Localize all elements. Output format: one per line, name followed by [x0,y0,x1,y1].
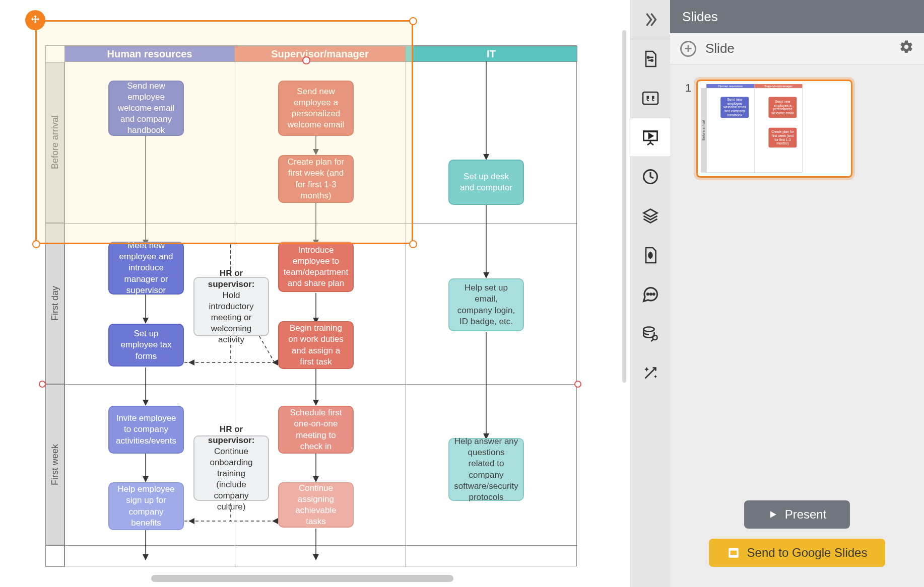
midpoint-handle-top[interactable] [302,56,310,64]
svg-point-48 [653,293,654,295]
add-slide-row: + Slide [670,33,924,64]
present-label: Present [785,507,827,522]
slide-thumbnail-1[interactable]: Human resources Supervisor/manager Befor… [696,80,852,178]
column-header-it[interactable]: IT [406,46,577,62]
node-hr-tax-forms[interactable]: Set up employee tax forms [108,324,184,366]
svg-point-36 [651,60,652,61]
layers-icon[interactable] [630,196,671,236]
node-it-setup-desk[interactable]: Set up desk and computer [448,160,524,205]
svg-line-41 [647,143,650,145]
panel-title: Slides [670,0,924,33]
canvas[interactable]: Human resources Supervisor/manager IT Be… [0,0,630,587]
body-text: Hold introductory meeting or welcoming a… [209,290,254,344]
move-handle-icon[interactable] [25,10,45,30]
svg-marker-51 [770,511,776,518]
theme-icon[interactable] [630,236,671,275]
node-sm-one-on-one[interactable]: Schedule first one-on-one meeting to che… [278,406,354,454]
vertical-scrollbar[interactable] [622,30,626,383]
history-icon[interactable] [630,157,671,196]
node-hr-meet-employee[interactable]: Meet new employee and introduce manager … [108,242,184,295]
slide-thumbnails: 1 Human resources Supervisor/manager Bef… [670,64,924,490]
node-hr-invite-activities[interactable]: Invite employee to company activities/ev… [108,406,184,454]
svg-point-35 [647,57,649,58]
bold-label: HR or supervisor: [208,268,255,289]
add-slide-label[interactable]: Slide [705,41,735,56]
node-hr-welcome-email[interactable]: Send new employee welcome email and comp… [108,81,184,136]
svg-point-47 [650,293,651,295]
resize-handle-ne[interactable] [409,17,417,25]
slides-panel: Slides + Slide 1 Human resources Supervi… [670,0,924,587]
node-sm-introduce[interactable]: Introduce employee to team/department an… [278,242,354,292]
thumb-col-sm: Supervisor/manager [755,84,803,88]
row-label-first-day[interactable]: First day [45,223,64,384]
row-text: First week [50,444,60,485]
thumb-node: Send new employee welcome email and comp… [720,97,749,118]
comments-icon[interactable] [630,275,671,314]
svg-marker-43 [649,134,653,138]
svg-marker-45 [643,209,657,217]
add-slide-icon[interactable]: + [680,41,696,57]
column-header-supervisor[interactable]: Supervisor/manager [235,46,406,62]
column-header-hr[interactable]: Human resources [64,46,235,62]
bold-label: HR or supervisor: [208,424,255,445]
row-midpoint-right[interactable] [574,381,581,388]
magic-icon[interactable] [630,353,671,393]
row-label-first-week[interactable]: First week [45,384,64,545]
node-sm-welcome-email[interactable]: Send new employee a personalized welcome… [278,81,354,136]
gear-icon[interactable] [899,39,914,58]
svg-point-46 [647,293,648,295]
row-label-before-arrival[interactable]: Before arrival [45,62,64,223]
node-hr-benefits[interactable]: Help employee sign up for company benefi… [108,482,184,530]
context-toolbar [630,0,670,587]
present-button[interactable]: Present [744,500,850,529]
row-text: Before arrival [50,115,60,169]
svg-point-49 [643,327,654,332]
row-midpoint-left[interactable] [39,381,46,388]
svg-rect-37 [643,92,658,104]
thumb-node: Send new employee a personalized welcome… [769,97,797,118]
node-sm-begin-training[interactable]: Begin training on work duties and assign… [278,321,354,369]
node-intro-meeting[interactable]: HR or supervisor: Hold introductory meet… [193,277,269,336]
node-continue-onboarding[interactable]: HR or supervisor: Continue onboarding tr… [193,435,269,501]
quote-icon[interactable] [630,79,671,118]
svg-rect-54 [730,551,737,555]
send-to-google-slides-button[interactable]: Send to Google Slides [709,539,885,567]
body-text: Continue onboarding training (include co… [210,447,252,511]
resize-handle-se[interactable] [409,240,417,248]
presentation-icon[interactable] [630,118,671,157]
node-sm-assign-tasks[interactable]: Continue assigning achievable tasks [278,482,354,528]
thumb-row: Before arrival [702,120,706,140]
page-settings-icon[interactable] [630,39,671,79]
collapse-icon[interactable] [630,0,671,39]
row-text: First day [50,286,60,321]
resize-handle-sw[interactable] [32,240,40,248]
thumb-col-hr: Human resources [706,84,754,88]
data-link-icon[interactable] [630,314,671,353]
horizontal-scrollbar[interactable] [151,575,453,582]
slide-number: 1 [685,82,691,95]
svg-line-42 [650,143,653,145]
row-label-empty [45,545,64,567]
node-sm-create-plan[interactable]: Create plan for first week (and for firs… [278,155,354,203]
panel-buttons: Present Send to Google Slides [670,490,924,587]
thumb-node: Create plan for first week (and for firs… [769,128,797,148]
node-it-questions[interactable]: Help answer any questions related to com… [448,438,524,501]
node-it-setup-email[interactable]: Help set up email, company login, ID bad… [448,278,524,331]
gslides-label: Send to Google Slides [747,546,868,560]
